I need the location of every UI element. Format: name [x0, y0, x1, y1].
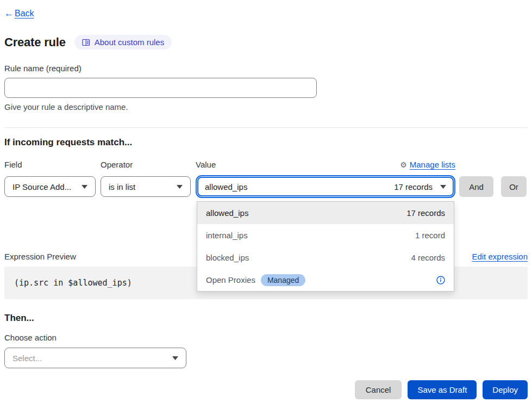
- value-select-records: 17 records: [394, 182, 433, 191]
- expression-preview-label: Expression Preview: [4, 252, 76, 261]
- deploy-button[interactable]: Deploy: [483, 380, 528, 399]
- rule-name-helper-text: Give your rule a descriptive name.: [4, 102, 528, 112]
- match-controls-row: IP Source Add... is in list allowed_ips …: [4, 175, 528, 198]
- arrow-left-icon: ←: [4, 8, 14, 19]
- gear-icon: ⚙: [400, 160, 407, 169]
- value-label: Value: [196, 160, 216, 169]
- list-option-internal-ips[interactable]: internal_ips 1 record: [197, 224, 454, 246]
- section-divider: [4, 127, 528, 128]
- managed-badge: Managed: [261, 274, 305, 286]
- list-dropdown-menu: allowed_ips 17 records internal_ips 1 re…: [197, 201, 454, 292]
- cancel-button[interactable]: Cancel: [355, 380, 402, 399]
- about-badge-label: About custom rules: [95, 38, 164, 47]
- expression-code-text: (ip.src in $allowed_ips): [14, 278, 132, 288]
- choose-action-label: Choose action: [4, 333, 528, 342]
- value-select[interactable]: allowed_ips 17 records: [197, 177, 454, 196]
- book-icon: [82, 39, 90, 46]
- list-option-name: Open Proxies: [206, 275, 255, 285]
- list-option-name: allowed_ips: [206, 208, 248, 218]
- list-option-name: internal_ips: [206, 231, 248, 240]
- rule-name-input[interactable]: [4, 78, 317, 98]
- list-option-name: blocked_ips: [206, 253, 249, 262]
- or-button[interactable]: Or: [501, 176, 527, 197]
- title-row: Create rule About custom rules: [4, 35, 528, 50]
- field-label: Field: [4, 160, 101, 169]
- manage-lists-label: Manage lists: [410, 160, 455, 169]
- chevron-down-icon: [440, 185, 446, 189]
- list-option-open-proxies[interactable]: Open Proxies Managed: [197, 269, 454, 291]
- match-section-heading: If incoming requests match...: [4, 137, 528, 148]
- create-rule-page: ←Back Create rule About custom rules Rul…: [0, 0, 532, 399]
- info-icon[interactable]: [436, 276, 445, 285]
- about-custom-rules-link[interactable]: About custom rules: [74, 35, 172, 50]
- value-select-selected: allowed_ips: [205, 182, 394, 191]
- operator-select[interactable]: is in list: [101, 176, 191, 197]
- chevron-down-icon: [177, 185, 183, 189]
- then-section-heading: Then...: [4, 313, 528, 324]
- list-option-records: 17 records: [406, 208, 445, 218]
- chevron-down-icon: [82, 185, 87, 189]
- back-link[interactable]: ←Back: [4, 8, 34, 19]
- operator-label: Operator: [101, 160, 196, 169]
- manage-lists-link[interactable]: ⚙ Manage lists: [400, 160, 455, 169]
- action-select-placeholder: Select...: [12, 354, 42, 363]
- and-button[interactable]: And: [459, 176, 493, 197]
- operator-select-value: is in list: [109, 182, 135, 191]
- chevron-down-icon: [172, 356, 178, 360]
- list-option-blocked-ips[interactable]: blocked_ips 4 records: [197, 246, 454, 269]
- back-link-label: Back: [15, 9, 34, 18]
- match-labels-row: Field Operator Value ⚙ Manage lists: [4, 160, 528, 169]
- rule-name-label: Rule name (required): [4, 64, 528, 73]
- save-as-draft-button[interactable]: Save as Draft: [408, 380, 477, 399]
- list-option-allowed-ips[interactable]: allowed_ips 17 records: [197, 202, 454, 224]
- list-option-records: 4 records: [411, 253, 445, 262]
- field-select-value: IP Source Add...: [12, 182, 71, 191]
- footer-actions: Cancel Save as Draft Deploy: [4, 380, 528, 399]
- value-select-wrapper: allowed_ips 17 records allowed_ips 17 re…: [196, 175, 455, 198]
- list-option-records: 1 record: [415, 231, 445, 240]
- back-row: ←Back: [4, 0, 528, 19]
- action-select[interactable]: Select...: [4, 348, 186, 368]
- edit-expression-link[interactable]: Edit expression: [472, 252, 528, 261]
- field-select[interactable]: IP Source Add...: [4, 176, 96, 197]
- page-title: Create rule: [4, 35, 66, 50]
